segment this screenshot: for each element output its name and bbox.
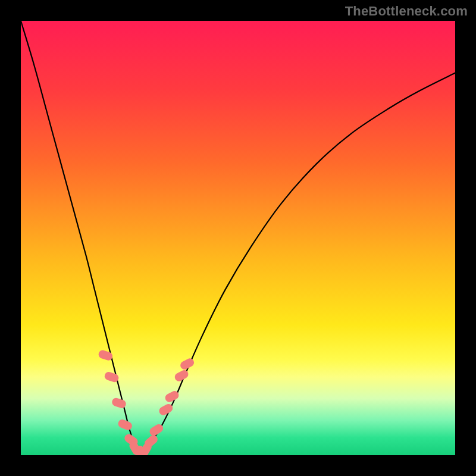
curve-marker	[98, 349, 114, 362]
marker-group	[98, 349, 196, 455]
watermark-text: TheBottleneck.com	[345, 4, 468, 19]
curve-marker	[117, 418, 133, 431]
chart-frame: TheBottleneck.com	[0, 0, 476, 476]
chart-svg	[21, 21, 455, 455]
bottleneck-curve	[21, 21, 455, 455]
plot-area	[21, 21, 455, 455]
